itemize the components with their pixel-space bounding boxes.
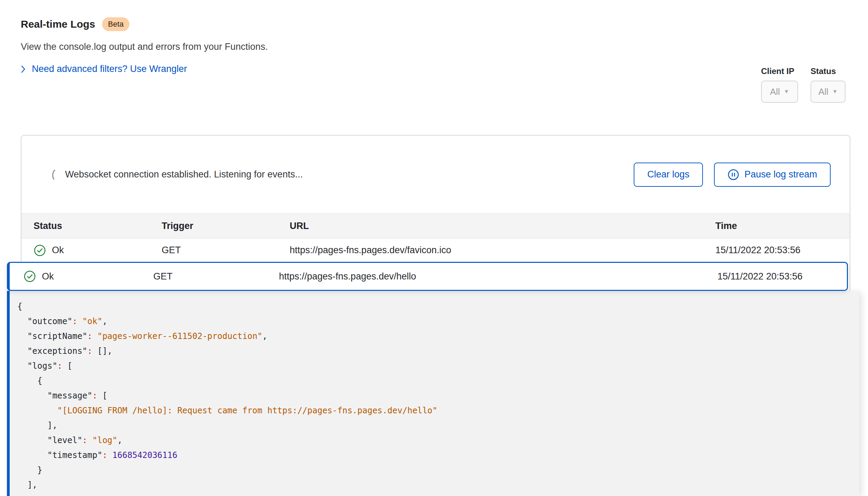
filter-client-ip: Client IP All ▼ — [761, 66, 798, 103]
websocket-status: Websocket connection established. Listen… — [49, 168, 303, 181]
expanded-log-entry: Ok GET https://pages-fns.pages.dev/hello… — [7, 262, 859, 496]
page-title: Real-time Logs — [21, 18, 95, 30]
status-ok-icon — [34, 244, 46, 257]
expanded-row[interactable]: Ok GET https://pages-fns.pages.dev/hello… — [7, 262, 848, 291]
table-row[interactable]: Ok GET https://pages-fns.pages.dev/favic… — [21, 239, 850, 262]
row-trigger: GET — [153, 271, 279, 282]
clear-logs-button[interactable]: Clear logs — [634, 163, 703, 187]
row-status: Ok — [42, 271, 54, 282]
client-ip-label: Client IP — [761, 66, 798, 76]
row-time: 15/11/2022 20:53:56 — [715, 245, 838, 256]
pause-icon — [727, 169, 739, 181]
caret-down-icon: ▼ — [784, 89, 789, 94]
filter-status: Status All ▼ — [811, 66, 846, 103]
log-detail-json: { "outcome": "ok", "scriptName": "pages-… — [7, 291, 859, 496]
status-ok-icon — [24, 270, 36, 283]
chevron-right-icon — [21, 65, 26, 73]
row-url: https://pages-fns.pages.dev/favicon.ico — [290, 245, 715, 256]
filters: Client IP All ▼ Status All ▼ — [761, 66, 846, 103]
logs-toolbar: Websocket connection established. Listen… — [21, 136, 850, 213]
client-ip-dropdown[interactable]: All ▼ — [761, 81, 798, 103]
beta-badge: Beta — [102, 17, 129, 31]
column-url: URL — [290, 221, 715, 231]
code-lines: { "outcome": "ok", "scriptName": "pages-… — [17, 299, 846, 493]
pause-log-stream-label: Pause log stream — [744, 169, 817, 180]
caret-down-icon: ▼ — [832, 89, 838, 94]
page-subtitle: View the console.log output and errors f… — [21, 42, 268, 52]
status-value: All — [819, 86, 829, 97]
clear-logs-label: Clear logs — [647, 169, 689, 180]
row-trigger: GET — [162, 245, 290, 256]
status-dropdown[interactable]: All ▼ — [811, 81, 846, 103]
column-time: Time — [715, 221, 838, 231]
table-header: Status Trigger URL Time — [21, 213, 850, 239]
wrangler-link[interactable]: Need advanced filters? Use Wrangler — [21, 64, 268, 74]
client-ip-value: All — [770, 86, 780, 97]
pause-log-stream-button[interactable]: Pause log stream — [714, 163, 831, 187]
column-trigger: Trigger — [162, 221, 290, 231]
row-url: https://pages-fns.pages.dev/hello — [279, 271, 717, 282]
row-time: 15/11/2022 20:53:56 — [717, 271, 833, 282]
websocket-status-text: Websocket connection established. Listen… — [65, 169, 303, 180]
status-label: Status — [811, 66, 846, 76]
row-status: Ok — [52, 245, 64, 256]
page-header: Real-time Logs Beta View the console.log… — [21, 17, 268, 74]
spinner-icon — [49, 168, 57, 181]
wrangler-link-label: Need advanced filters? Use Wrangler — [32, 64, 187, 74]
column-status: Status — [34, 221, 162, 231]
